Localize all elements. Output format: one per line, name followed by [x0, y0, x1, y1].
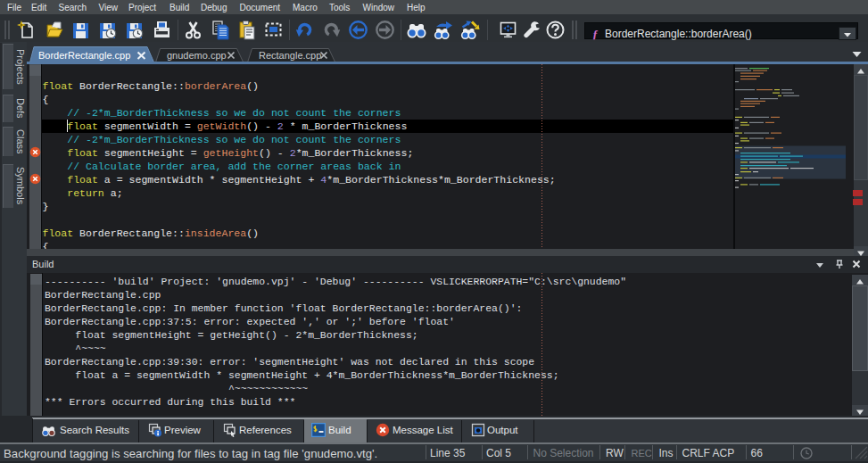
svg-text:BorderRectangle.cpp: BorderRectangle.cpp — [38, 50, 130, 61]
svg-text:gnudemo.cpp: gnudemo.cpp — [167, 50, 227, 61]
svg-text:Rectangle.cpp: Rectangle.cpp — [259, 50, 321, 61]
